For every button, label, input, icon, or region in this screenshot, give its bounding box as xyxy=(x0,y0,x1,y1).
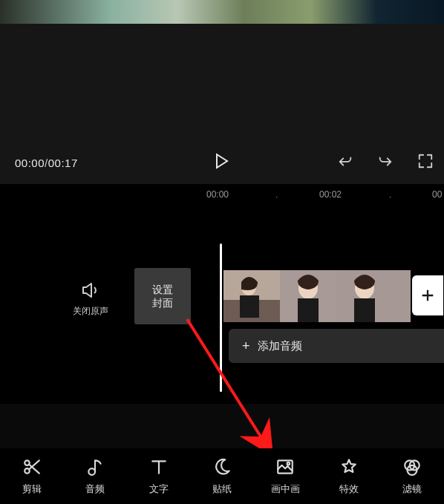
tool-label: 贴纸 xyxy=(212,482,232,496)
redo-button[interactable] xyxy=(377,153,394,172)
tool-sticker[interactable]: 贴纸 xyxy=(191,457,253,496)
bottom-toolbar: 剪辑 音频 文字 贴纸 画中画 特效 滤镜 xyxy=(0,448,444,504)
tool-label: 剪辑 xyxy=(22,482,42,496)
tool-effects[interactable]: 特效 xyxy=(318,457,380,496)
tool-label: 音频 xyxy=(85,482,105,496)
plus-icon xyxy=(419,287,436,304)
tool-label: 滤镜 xyxy=(402,482,422,496)
video-track[interactable] xyxy=(223,270,411,322)
redo-icon xyxy=(377,153,394,169)
mute-label: 关闭原声 xyxy=(73,305,108,318)
time-total: 00:17 xyxy=(48,157,78,169)
filter-icon xyxy=(402,457,422,477)
cover-line2: 封面 xyxy=(152,296,173,310)
timeline-area: 关闭原声 设置 封面 + 添加音频 xyxy=(0,211,444,404)
svg-rect-10 xyxy=(393,270,411,322)
tool-filter[interactable]: 滤镜 xyxy=(381,457,443,496)
timecode: 00:00/00:17 xyxy=(15,157,78,169)
add-audio-label: 添加音频 xyxy=(258,339,302,353)
sticker-icon xyxy=(212,457,232,477)
svg-rect-3 xyxy=(240,295,259,318)
undo-button[interactable] xyxy=(337,153,353,172)
playback-controls: 00:00/00:17 xyxy=(0,141,444,184)
fullscreen-icon xyxy=(417,153,434,169)
ruler-tick-1: 00:02 xyxy=(319,189,342,200)
set-cover-button[interactable]: 设置 封面 xyxy=(134,268,191,324)
undo-icon xyxy=(337,153,353,169)
clip-thumb-3[interactable] xyxy=(336,270,393,322)
scissors-icon xyxy=(22,457,42,477)
tool-label: 画中画 xyxy=(271,482,300,496)
clip-thumb-1[interactable] xyxy=(223,270,280,322)
time-current: 00:00 xyxy=(15,157,45,169)
tool-edit[interactable]: 剪辑 xyxy=(1,457,63,496)
video-preview: 00:00/00:17 xyxy=(0,0,444,184)
clip-thumb-4[interactable] xyxy=(393,270,411,322)
cover-line1: 设置 xyxy=(152,283,173,296)
text-icon xyxy=(149,457,169,477)
tool-audio[interactable]: 音频 xyxy=(64,457,126,496)
music-note-icon xyxy=(85,457,105,477)
mute-original-sound-button[interactable]: 关闭原声 xyxy=(61,281,120,318)
fullscreen-button[interactable] xyxy=(417,153,434,172)
tool-pip[interactable]: 画中画 xyxy=(254,457,316,496)
svg-point-16 xyxy=(88,468,95,475)
playhead[interactable] xyxy=(220,243,222,392)
effects-icon xyxy=(339,457,359,477)
svg-rect-6 xyxy=(298,298,319,322)
svg-point-18 xyxy=(287,462,290,464)
tool-text[interactable]: 文字 xyxy=(128,457,190,496)
tool-label: 特效 xyxy=(339,482,359,496)
ruler-tick-0: 00:00 xyxy=(206,189,229,200)
ruler-dot: · xyxy=(389,192,391,202)
tool-label: 文字 xyxy=(149,482,169,496)
play-button[interactable] xyxy=(215,153,229,172)
speaker-icon xyxy=(81,281,100,299)
time-ruler[interactable]: 00:00 · 00:02 · 00 xyxy=(0,184,444,211)
ruler-dot: · xyxy=(275,192,278,202)
clip-thumb-2[interactable] xyxy=(280,270,336,322)
add-clip-button[interactable] xyxy=(412,275,443,315)
plus-icon: + xyxy=(242,338,250,354)
add-audio-button[interactable]: + 添加音频 xyxy=(229,329,444,363)
picture-in-picture-icon xyxy=(275,457,295,477)
play-icon xyxy=(215,153,229,169)
video-frame-strip xyxy=(0,0,444,24)
ruler-tick-2: 00 xyxy=(432,189,442,200)
svg-rect-9 xyxy=(354,298,375,322)
